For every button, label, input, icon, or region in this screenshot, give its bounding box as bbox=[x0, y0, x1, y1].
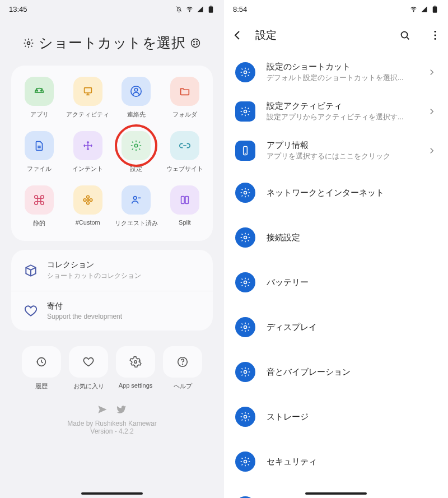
shortcut-tile-contact[interactable]: 連絡先 bbox=[113, 77, 160, 119]
shortcut-tile-flower[interactable]: #Custom bbox=[64, 185, 112, 227]
gear-badge-icon bbox=[235, 227, 255, 248]
shortcut-tile-file[interactable]: ファイル bbox=[16, 131, 63, 173]
shortcut-tile-folder[interactable]: フォルダ bbox=[161, 77, 209, 119]
setting-row[interactable]: ディスプレイ bbox=[226, 305, 446, 350]
setting-row[interactable]: セキュリティ bbox=[226, 439, 446, 484]
bottom-action-labels: 履歴お気に入りApp settingsヘルプ bbox=[0, 382, 224, 390]
shortcut-tile-monitor[interactable]: アクティビティ bbox=[64, 77, 112, 119]
telegram-icon[interactable] bbox=[97, 404, 108, 415]
setting-title: 設定アクティビティ bbox=[267, 101, 416, 111]
action-history[interactable] bbox=[22, 346, 61, 378]
tile-label: ファイル bbox=[27, 165, 52, 173]
status-time: 13:45 bbox=[9, 5, 27, 13]
action-label: 履歴 bbox=[22, 382, 61, 390]
search-icon[interactable] bbox=[399, 29, 411, 41]
shortcut-tile-move[interactable]: インテント bbox=[64, 131, 112, 173]
setting-title: セキュリティ bbox=[267, 457, 437, 467]
chevron-right-icon bbox=[427, 106, 437, 117]
heart-icon bbox=[24, 304, 38, 318]
status-icons bbox=[175, 5, 215, 13]
page-title: ショートカットを選択 bbox=[39, 34, 185, 52]
tile bbox=[122, 77, 151, 106]
setting-row[interactable]: 接続設定 bbox=[226, 215, 446, 260]
setting-title: ディスプレイ bbox=[267, 322, 437, 333]
list-item-heart[interactable]: 寄付 Support the development bbox=[11, 291, 213, 331]
gear-badge-icon bbox=[235, 183, 255, 203]
action-label: ヘルプ bbox=[163, 382, 202, 390]
setting-row[interactable]: 音とバイブレーション bbox=[226, 350, 446, 394]
package-icon bbox=[24, 263, 38, 278]
shortcut-tile-person-remove[interactable]: リクエスト済み bbox=[113, 185, 160, 227]
tile bbox=[25, 185, 54, 215]
setting-row[interactable]: 設定のショートカット デフォルト設定のショートカットを選択... bbox=[226, 53, 446, 92]
setting-row[interactable]: ストレージ bbox=[226, 394, 446, 439]
action-settings-alt[interactable] bbox=[116, 346, 155, 378]
setting-text: バッテリー bbox=[267, 277, 437, 288]
shortcut-tile-android[interactable]: アプリ bbox=[16, 77, 63, 119]
nav-handle[interactable] bbox=[305, 492, 367, 495]
gear-icon bbox=[23, 38, 34, 49]
gear-badge-icon bbox=[235, 62, 255, 82]
battery-icon bbox=[207, 5, 215, 13]
tile-label: ウェブサイト bbox=[166, 165, 203, 173]
setting-row[interactable]: アプリ情報 アプリを選択するにはここをクリック bbox=[226, 131, 446, 170]
shortcut-tile-link[interactable]: ウェブサイト bbox=[161, 131, 209, 173]
more-icon[interactable] bbox=[429, 29, 441, 41]
folder-icon bbox=[179, 85, 191, 97]
tile-label: リクエスト済み bbox=[115, 219, 158, 227]
android-icon bbox=[33, 85, 45, 97]
setting-text: セキュリティ bbox=[267, 457, 437, 467]
svg-point-31 bbox=[196, 43, 197, 44]
svg-point-28 bbox=[193, 41, 194, 42]
list-text: コレクション ショートカットのコレクション bbox=[47, 260, 141, 281]
setting-text: 設定アクティビティ 設定アプリからアクティビティを選択す... bbox=[267, 101, 416, 122]
shortcut-tile-gear[interactable]: 設定 bbox=[113, 131, 160, 173]
tile-label: 静的 bbox=[33, 219, 45, 227]
status-icons bbox=[409, 5, 439, 13]
svg-point-30 bbox=[193, 44, 194, 45]
tile bbox=[25, 77, 54, 106]
setting-row[interactable]: パスワードとアカウント bbox=[226, 484, 446, 498]
bottom-actions bbox=[0, 346, 224, 378]
gear-badge-icon bbox=[235, 101, 255, 122]
setting-row[interactable]: 設定アクティビティ 設定アプリからアクティビティを選択す... bbox=[226, 92, 446, 131]
status-bar: 13:45 bbox=[0, 0, 224, 18]
setting-sub: デフォルト設定のショートカットを選択... bbox=[267, 73, 416, 83]
setting-text: 接続設定 bbox=[267, 232, 437, 243]
chevron-right-icon bbox=[427, 67, 437, 77]
tile-label: 設定 bbox=[130, 165, 142, 173]
settings-header: 設定 bbox=[224, 18, 448, 53]
tile-label: アプリ bbox=[30, 110, 49, 119]
shortcut-tile-split[interactable]: Split bbox=[161, 185, 209, 227]
tile bbox=[73, 77, 102, 106]
person-remove-icon bbox=[130, 194, 142, 206]
action-heart[interactable] bbox=[69, 346, 108, 378]
tile bbox=[73, 131, 102, 160]
help-icon bbox=[176, 356, 189, 368]
setting-title: 設定のショートカット bbox=[267, 62, 416, 72]
back-icon[interactable] bbox=[231, 29, 244, 42]
setting-text: 音とバイブレーション bbox=[267, 367, 437, 378]
list-item-package[interactable]: コレクション ショートカットのコレクション bbox=[11, 250, 213, 291]
footer-credit: Made by Rushikesh Kamewar bbox=[0, 420, 224, 427]
tile-label: #Custom bbox=[76, 219, 100, 226]
signal-icon bbox=[420, 5, 428, 13]
tile bbox=[170, 77, 199, 106]
split-icon bbox=[179, 194, 191, 206]
tile-label: フォルダ bbox=[172, 110, 197, 119]
tile bbox=[170, 185, 199, 215]
action-help[interactable] bbox=[163, 346, 202, 378]
setting-text: 設定のショートカット デフォルト設定のショートカットを選択... bbox=[267, 62, 416, 83]
gear-badge-icon bbox=[235, 407, 255, 427]
gear-badge-icon bbox=[235, 272, 255, 292]
setting-row[interactable]: バッテリー bbox=[226, 260, 446, 305]
footer-version: Version - 4.2.2 bbox=[0, 427, 224, 435]
setting-row[interactable]: ネットワークとインターネット bbox=[226, 170, 446, 215]
move-icon bbox=[82, 139, 94, 152]
gear-badge-icon bbox=[235, 362, 255, 382]
twitter-icon[interactable] bbox=[116, 404, 127, 415]
nav-handle[interactable] bbox=[81, 492, 143, 495]
shortcut-tile-command[interactable]: 静的 bbox=[16, 185, 63, 227]
status-time: 8:54 bbox=[233, 5, 247, 13]
palette-icon[interactable] bbox=[190, 38, 201, 49]
